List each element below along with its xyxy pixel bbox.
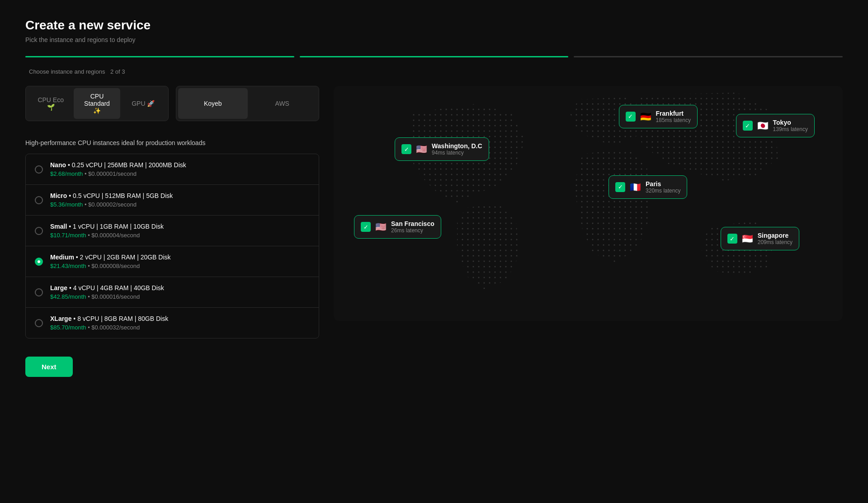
region-card-san-francisco[interactable]: ✓🇺🇸San Francisco26ms latency bbox=[354, 215, 441, 239]
progress-step-1 bbox=[25, 56, 294, 57]
map-panel: ✓🇺🇸Washington, D.C94ms latency✓🇺🇸San Fra… bbox=[334, 86, 843, 338]
radio-micro bbox=[35, 196, 43, 204]
instance-price-nano: $2.68/month • $0.000001/second bbox=[50, 170, 310, 177]
instance-specs-large: Large • 4 vCPU | 4GB RAM | 40GB Disk bbox=[50, 284, 310, 291]
region-name-singapore: Singapore bbox=[758, 232, 793, 239]
region-name-frankfurt: Frankfurt bbox=[656, 110, 691, 117]
region-name-paris: Paris bbox=[646, 180, 680, 188]
instance-info-medium: Medium • 2 vCPU | 2GB RAM | 20GB Disk$21… bbox=[50, 254, 310, 269]
instance-specs-micro: Micro • 0.5 vCPU | 512MB RAM | 5GB Disk bbox=[50, 192, 310, 199]
region-name-san-francisco: San Francisco bbox=[391, 220, 434, 227]
tab-gpu[interactable]: GPU 🚀 bbox=[120, 88, 166, 119]
instance-item-nano[interactable]: Nano • 0.25 vCPU | 256MB RAM | 2000MB Di… bbox=[26, 154, 319, 185]
progress-step-2 bbox=[300, 56, 569, 57]
region-card-paris[interactable]: ✓🇫🇷Paris320ms latency bbox=[609, 175, 687, 199]
instance-info-small: Small • 1 vCPU | 1GB RAM | 10GB Disk$10.… bbox=[50, 223, 310, 239]
region-check-paris: ✓ bbox=[615, 182, 625, 192]
instance-item-micro[interactable]: Micro • 0.5 vCPU | 512MB RAM | 5GB Disk$… bbox=[26, 185, 319, 216]
region-flag-washington: 🇺🇸 bbox=[416, 144, 427, 155]
instance-info-micro: Micro • 0.5 vCPU | 512MB RAM | 5GB Disk$… bbox=[50, 192, 310, 208]
region-card-singapore[interactable]: ✓🇸🇬Singapore209ms latency bbox=[721, 227, 799, 250]
instance-specs-nano: Nano • 0.25 vCPU | 256MB RAM | 2000MB Di… bbox=[50, 161, 310, 169]
instance-info-nano: Nano • 0.25 vCPU | 256MB RAM | 2000MB Di… bbox=[50, 161, 310, 177]
region-check-tokyo: ✓ bbox=[743, 121, 753, 131]
tab-cpu-standard[interactable]: CPU Standard ✨ bbox=[74, 88, 120, 119]
tab-koyeb[interactable]: Koyeb bbox=[178, 88, 248, 119]
instance-item-small[interactable]: Small • 1 vCPU | 1GB RAM | 10GB Disk$10.… bbox=[26, 216, 319, 246]
radio-small bbox=[35, 227, 43, 235]
region-flag-tokyo: 🇯🇵 bbox=[757, 120, 769, 131]
region-card-tokyo[interactable]: ✓🇯🇵Tokyo139ms latency bbox=[736, 114, 815, 137]
left-panel: CPU Eco 🌱 CPU Standard ✨ GPU 🚀 Koyeb AWS… bbox=[25, 86, 319, 338]
instance-price-large: $42.85/month • $0.000016/second bbox=[50, 293, 310, 300]
region-info-tokyo: Tokyo139ms latency bbox=[773, 119, 808, 132]
region-name-washington: Washington, D.C bbox=[432, 142, 482, 150]
region-info-washington: Washington, D.C94ms latency bbox=[432, 142, 482, 156]
region-info-singapore: Singapore209ms latency bbox=[758, 232, 793, 245]
region-latency-frankfurt: 185ms latency bbox=[656, 117, 691, 123]
region-info-paris: Paris320ms latency bbox=[646, 180, 680, 194]
page-title: Create a new service bbox=[25, 18, 843, 33]
radio-nano bbox=[35, 165, 43, 174]
tab-aws[interactable]: AWS bbox=[248, 88, 317, 119]
main-content: CPU Eco 🌱 CPU Standard ✨ GPU 🚀 Koyeb AWS… bbox=[25, 86, 843, 338]
step-label: Choose instance and regions 2 of 3 bbox=[25, 68, 843, 75]
provider-tabs: Koyeb AWS bbox=[176, 86, 319, 121]
region-latency-tokyo: 139ms latency bbox=[773, 126, 808, 132]
instance-info-large: Large • 4 vCPU | 4GB RAM | 40GB Disk$42.… bbox=[50, 284, 310, 300]
region-info-frankfurt: Frankfurt185ms latency bbox=[656, 110, 691, 123]
instance-price-micro: $5.36/month • $0.000002/second bbox=[50, 201, 310, 208]
world-map: ✓🇺🇸Washington, D.C94ms latency✓🇺🇸San Fra… bbox=[334, 86, 843, 321]
region-card-washington[interactable]: ✓🇺🇸Washington, D.C94ms latency bbox=[395, 137, 489, 161]
radio-xlarge bbox=[35, 319, 43, 327]
region-check-washington: ✓ bbox=[401, 144, 411, 154]
instance-item-medium[interactable]: Medium • 2 vCPU | 2GB RAM | 20GB Disk$21… bbox=[26, 246, 319, 277]
radio-medium bbox=[35, 258, 43, 266]
instance-price-small: $10.71/month • $0.000004/second bbox=[50, 232, 310, 239]
region-flag-san-francisco: 🇺🇸 bbox=[375, 221, 387, 232]
instance-list: Nano • 0.25 vCPU | 256MB RAM | 2000MB Di… bbox=[25, 154, 319, 338]
instance-price-medium: $21.43/month • $0.000008/second bbox=[50, 263, 310, 269]
radio-large bbox=[35, 288, 43, 296]
instance-type-tabs: CPU Eco 🌱 CPU Standard ✨ GPU 🚀 bbox=[25, 86, 169, 121]
instance-specs-small: Small • 1 vCPU | 1GB RAM | 10GB Disk bbox=[50, 223, 310, 230]
region-latency-paris: 320ms latency bbox=[646, 188, 680, 194]
instance-price-xlarge: $85.70/month • $0.000032/second bbox=[50, 324, 310, 331]
region-card-frankfurt[interactable]: ✓🇩🇪Frankfurt185ms latency bbox=[619, 105, 698, 128]
region-latency-san-francisco: 26ms latency bbox=[391, 227, 434, 234]
progress-step-3 bbox=[574, 56, 843, 57]
page-subtitle: Pick the instance and regions to deploy bbox=[25, 36, 843, 43]
instance-description: High-performance CPU instances ideal for… bbox=[25, 139, 319, 146]
region-flag-frankfurt: 🇩🇪 bbox=[640, 111, 651, 122]
region-flag-singapore: 🇸🇬 bbox=[742, 233, 753, 244]
instance-specs-xlarge: XLarge • 8 vCPU | 8GB RAM | 80GB Disk bbox=[50, 315, 310, 322]
region-info-san-francisco: San Francisco26ms latency bbox=[391, 220, 434, 234]
region-name-tokyo: Tokyo bbox=[773, 119, 808, 126]
tab-cpu-eco[interactable]: CPU Eco 🌱 bbox=[28, 88, 74, 119]
next-button[interactable]: Next bbox=[25, 357, 73, 377]
instance-info-xlarge: XLarge • 8 vCPU | 8GB RAM | 80GB Disk$85… bbox=[50, 315, 310, 331]
progress-bar bbox=[25, 56, 843, 57]
region-check-singapore: ✓ bbox=[727, 234, 737, 244]
region-check-frankfurt: ✓ bbox=[626, 112, 636, 122]
region-latency-washington: 94ms latency bbox=[432, 150, 482, 156]
region-flag-paris: 🇫🇷 bbox=[630, 182, 641, 193]
instance-item-xlarge[interactable]: XLarge • 8 vCPU | 8GB RAM | 80GB Disk$85… bbox=[26, 308, 319, 338]
instance-item-large[interactable]: Large • 4 vCPU | 4GB RAM | 40GB Disk$42.… bbox=[26, 277, 319, 308]
instance-specs-medium: Medium • 2 vCPU | 2GB RAM | 20GB Disk bbox=[50, 254, 310, 261]
region-latency-singapore: 209ms latency bbox=[758, 239, 793, 245]
region-check-san-francisco: ✓ bbox=[361, 222, 371, 232]
